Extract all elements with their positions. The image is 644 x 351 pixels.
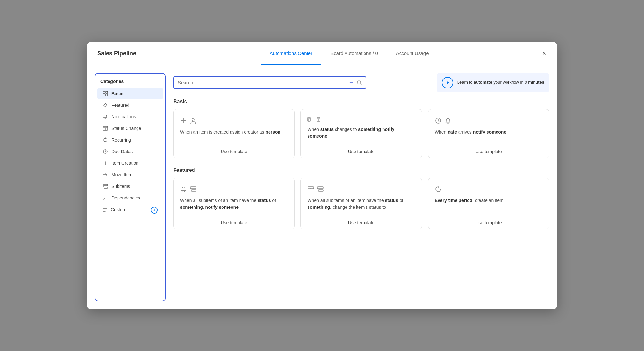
tab-automations-center[interactable]: Automations Center xyxy=(261,42,322,65)
svg-point-24 xyxy=(192,118,194,121)
sidebar-item-label: Dependencies xyxy=(111,195,140,200)
card-body: When all subitems of an item have the st… xyxy=(174,178,294,216)
search-row: ← Learn to automat xyxy=(173,73,549,92)
refresh-icon xyxy=(102,137,108,143)
card-icons xyxy=(180,117,288,124)
svg-marker-4 xyxy=(104,103,107,107)
card-status-notify: When status changes to something notify … xyxy=(300,109,422,158)
card-subitems-notify: When all subitems of an item have the st… xyxy=(173,178,295,229)
arrow-right-icon xyxy=(102,172,108,178)
card-footer: Use template xyxy=(428,145,549,158)
svg-rect-3 xyxy=(106,94,108,96)
svg-rect-13 xyxy=(104,187,108,188)
learn-text: Learn to automate your workflow in 3 min… xyxy=(457,79,544,85)
sidebar-item-label: Status Change xyxy=(111,126,141,131)
subitems-icon xyxy=(102,183,108,189)
grid-icon xyxy=(102,91,108,97)
use-template-button-6[interactable]: Use template xyxy=(428,216,549,229)
svg-marker-21 xyxy=(447,81,449,84)
learn-banner: Learn to automate your workflow in 3 min… xyxy=(437,73,549,92)
tab-account-usage[interactable]: Account Usage xyxy=(387,42,438,65)
close-button[interactable]: × xyxy=(539,48,549,59)
card-text: When an item is created assign creator a… xyxy=(180,129,288,140)
use-template-button-4[interactable]: Use template xyxy=(174,216,294,229)
sidebar-item-subitems[interactable]: Subitems xyxy=(97,180,163,192)
sidebar-item-label: Item Creation xyxy=(111,161,138,166)
clock-icon xyxy=(102,149,108,154)
section-title-basic: Basic xyxy=(173,99,549,105)
svg-rect-38 xyxy=(317,187,323,189)
use-template-button-1[interactable]: Use template xyxy=(174,145,294,158)
card-footer: Use template xyxy=(174,216,294,229)
cards-row-featured: When all subitems of an item have the st… xyxy=(173,178,549,229)
sidebar-item-label: Basic xyxy=(111,91,123,96)
modal: Sales Pipeline Automations Center Board … xyxy=(87,42,557,309)
svg-rect-1 xyxy=(106,91,108,93)
modal-header: Sales Pipeline Automations Center Board … xyxy=(87,42,557,65)
svg-line-20 xyxy=(360,84,362,85)
sidebar-item-label: Featured xyxy=(111,103,129,108)
search-input[interactable] xyxy=(178,80,346,85)
sidebar-item-label: Move Item xyxy=(111,172,132,177)
svg-rect-32 xyxy=(190,187,196,189)
sidebar-item-label: Notifications xyxy=(111,114,136,119)
bell-icon xyxy=(102,114,108,120)
section-title-featured: Featured xyxy=(173,167,549,173)
sidebar: Categories Basic xyxy=(95,73,166,301)
modal-body: Categories Basic xyxy=(87,65,557,309)
card-body: When date arrives notify someone xyxy=(428,109,549,145)
card-footer: Use template xyxy=(301,216,421,229)
add-custom-button[interactable]: + xyxy=(151,207,158,214)
sidebar-item-dependencies[interactable]: Dependencies xyxy=(97,192,163,204)
card-footer: Use template xyxy=(428,216,549,229)
dependency-icon xyxy=(102,195,108,201)
sidebar-item-move-item[interactable]: Move Item xyxy=(97,169,163,180)
tab-board-automations[interactable]: Board Automations / 0 xyxy=(321,42,387,65)
sidebar-item-notifications[interactable]: Notifications xyxy=(97,111,163,123)
custom-icon xyxy=(102,207,108,213)
card-footer: Use template xyxy=(174,145,294,158)
card-text: When all subitems of an item have the st… xyxy=(180,197,288,211)
card-footer: Use template xyxy=(301,145,421,158)
svg-rect-33 xyxy=(191,190,196,191)
plus-icon xyxy=(102,160,108,166)
section-featured: Featured xyxy=(173,167,549,238)
sidebar-item-due-dates[interactable]: Due Dates xyxy=(97,146,163,157)
search-arrow-icon: ← xyxy=(348,79,354,86)
svg-rect-2 xyxy=(103,94,105,96)
card-date-notify: When date arrives notify someone Use tem… xyxy=(428,109,549,158)
sidebar-item-recurring[interactable]: Recurring xyxy=(97,134,163,146)
card-icons xyxy=(307,117,415,122)
sidebar-item-label: Subitems xyxy=(111,184,130,189)
sidebar-item-custom[interactable]: Custom + xyxy=(97,204,163,217)
main-content: ← Learn to automat xyxy=(173,73,549,301)
use-template-button-5[interactable]: Use template xyxy=(301,216,421,229)
play-button[interactable] xyxy=(442,77,453,88)
sidebar-item-featured[interactable]: Featured xyxy=(97,99,163,111)
use-template-button-3[interactable]: Use template xyxy=(428,145,549,158)
cards-row-basic: When an item is created assign creator a… xyxy=(173,109,549,158)
svg-rect-39 xyxy=(318,190,323,191)
sidebar-item-label: Recurring xyxy=(111,137,131,143)
sidebar-item-item-creation[interactable]: Item Creation xyxy=(97,157,163,169)
card-icons xyxy=(435,117,543,124)
card-icons xyxy=(307,186,415,193)
table-icon xyxy=(102,125,108,131)
diamond-icon xyxy=(102,102,108,108)
sidebar-title: Categories xyxy=(95,79,165,88)
card-icons xyxy=(435,186,543,193)
card-body: When all subitems of an item have the st… xyxy=(301,178,421,216)
sidebar-item-label: Due Dates xyxy=(111,149,133,154)
sidebar-item-label: Custom xyxy=(111,207,126,212)
use-template-button-2[interactable]: Use template xyxy=(301,145,421,158)
sidebar-item-status-change[interactable]: Status Change xyxy=(97,123,163,134)
card-text: When date arrives notify someone xyxy=(435,129,543,140)
tabs: Automations Center Board Automations / 0… xyxy=(152,42,547,65)
svg-rect-12 xyxy=(103,184,108,186)
sidebar-item-basic[interactable]: Basic xyxy=(97,88,163,99)
svg-rect-0 xyxy=(103,91,105,93)
card-body: When status changes to something notify … xyxy=(301,109,421,145)
search-box: ← xyxy=(173,76,366,89)
card-icons xyxy=(180,186,288,193)
card-text: When status changes to something notify … xyxy=(307,126,415,140)
